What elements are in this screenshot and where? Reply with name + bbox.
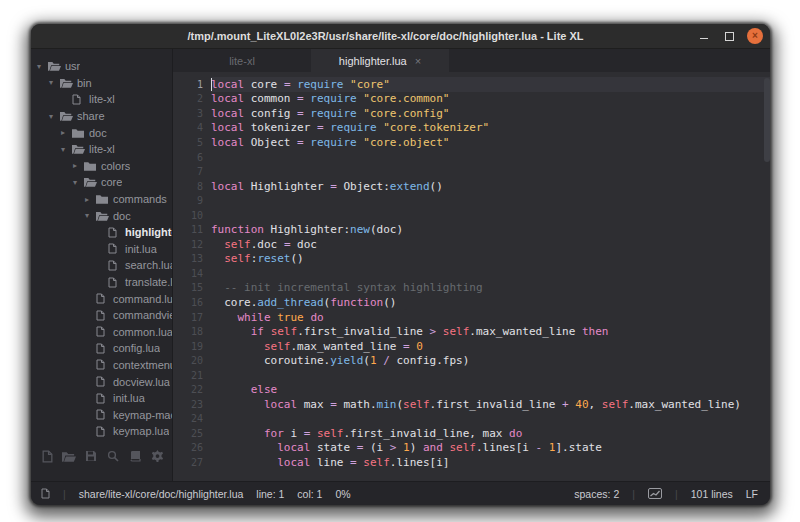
line-number: 24: [173, 412, 211, 427]
open-folder-button[interactable]: [62, 449, 76, 463]
code-line-1[interactable]: 1local core = require "core": [173, 77, 770, 92]
tree-item-lite-xl[interactable]: ▾lite-xl: [31, 141, 172, 158]
line-number: 15: [173, 281, 211, 296]
tree-item-init-lua[interactable]: init.lua: [31, 241, 172, 258]
status-line-ending[interactable]: LF: [746, 488, 758, 500]
code-line-25[interactable]: 25 for i = self.first_invalid_line, max …: [173, 426, 770, 441]
tree-item-lite-xl[interactable]: lite-xl: [31, 91, 172, 108]
line-text: local config = require "core.config": [211, 106, 770, 121]
code-line-2[interactable]: 2local common = require "core.common": [173, 92, 770, 107]
tree-item-bin[interactable]: ▾bin: [31, 75, 172, 92]
tree-item-config-lua[interactable]: config.lua: [31, 340, 172, 357]
tab-highlighter-lua[interactable]: highlighter.lua×: [311, 49, 449, 72]
search-button[interactable]: [106, 449, 120, 463]
line-number: 12: [173, 237, 211, 252]
token-kw: then: [582, 325, 609, 338]
code-line-18[interactable]: 18 if self.first_invalid_line > self.max…: [173, 324, 770, 339]
status-left: | share/lite-xl/core/doc/highlighter.lua…: [41, 488, 351, 500]
tree-item-core[interactable]: ▾core: [31, 174, 172, 191]
token-txt: max: [297, 398, 330, 411]
settings-gear-button[interactable]: [150, 449, 164, 463]
tree-item-commandview-lua[interactable]: commandview.lua: [31, 307, 172, 324]
token-txt: config: [244, 107, 297, 120]
token-txt: ,: [589, 398, 602, 411]
token-txt: doc: [291, 238, 318, 251]
tree-item-doc[interactable]: ▸doc: [31, 124, 172, 141]
minimize-button[interactable]: [695, 28, 712, 45]
titlebar[interactable]: /tmp/.mount_LiteXL0l2e3R/usr/share/lite-…: [31, 24, 770, 49]
close-button[interactable]: ×: [747, 28, 763, 44]
token-kw2: self: [264, 340, 291, 353]
tree-item-common-lua[interactable]: common.lua: [31, 324, 172, 341]
code-line-20[interactable]: 20 coroutine.yield(1 / config.fps): [173, 353, 770, 368]
token-kw2: self: [403, 398, 430, 411]
tree-item-keymap-macos-lua[interactable]: keymap-macos.lua: [31, 406, 172, 423]
token-txt: core: [244, 78, 284, 91]
token-txt: [304, 92, 311, 105]
chevron-down-icon: ▾: [85, 211, 96, 220]
line-number: 19: [173, 339, 211, 354]
code-line-7[interactable]: 7: [173, 164, 770, 179]
token-txt: [304, 311, 311, 324]
token-kw: local: [277, 441, 310, 454]
token-op: >: [390, 441, 397, 454]
code-line-19[interactable]: 19 self.max_wanted_line = 0: [173, 339, 770, 354]
code-line-27[interactable]: 27 local line = self.lines[i]: [173, 455, 770, 470]
tree-item-usr[interactable]: ▾usr: [31, 58, 172, 75]
code-line-3[interactable]: 3local config = require "core.config": [173, 106, 770, 121]
code-line-17[interactable]: 17 while true do: [173, 310, 770, 325]
tree-item-translate-lua[interactable]: translate.lua: [31, 274, 172, 291]
code-line-15[interactable]: 15 -- init incremental syntax highlighti…: [173, 281, 770, 296]
code-line-8[interactable]: 8local Highlighter = Object:extend(): [173, 179, 770, 194]
code-line-16[interactable]: 16 core.add_thread(function(): [173, 295, 770, 310]
maximize-button[interactable]: [721, 28, 738, 45]
code-line-22[interactable]: 22 else: [173, 382, 770, 397]
status-divider: |: [675, 488, 678, 500]
code-line-6[interactable]: 6: [173, 150, 770, 165]
status-col[interactable]: col: 1: [297, 488, 322, 500]
new-file-button[interactable]: [40, 449, 54, 463]
status-line[interactable]: line: 1: [256, 488, 284, 500]
tree-item-command-lua[interactable]: command.lua: [31, 290, 172, 307]
code-line-9[interactable]: 9: [173, 193, 770, 208]
code-line-21[interactable]: 21: [173, 368, 770, 383]
tab-close-icon[interactable]: ×: [415, 55, 421, 67]
code-line-24[interactable]: 24: [173, 412, 770, 427]
tree-item-init-lua[interactable]: init.lua: [31, 390, 172, 407]
tree-item-search-lua[interactable]: search.lua: [31, 257, 172, 274]
tree-item-docview-lua[interactable]: docview.lua: [31, 373, 172, 390]
code-line-4[interactable]: 4local tokenizer = require "core.tokeniz…: [173, 121, 770, 136]
code-editor[interactable]: 1local core = require "core"2local commo…: [173, 72, 770, 481]
code-line-23[interactable]: 23 local max = math.min(self.first_inval…: [173, 397, 770, 412]
tree-item-commands[interactable]: ▸commands: [31, 191, 172, 208]
save-button[interactable]: [84, 449, 98, 463]
status-indent-mode[interactable]: spaces: 2: [574, 488, 619, 500]
status-scroll-percent[interactable]: 0%: [335, 488, 350, 500]
token-txt: [211, 325, 251, 338]
line-chart-icon[interactable]: [648, 488, 662, 499]
token-txt: .max_wanted_line): [628, 398, 741, 411]
token-op: >: [430, 325, 437, 338]
token-kw: local: [211, 180, 244, 193]
token-kw: local: [211, 78, 244, 91]
book-button[interactable]: [128, 449, 142, 463]
tree-item-contextmenu-lua[interactable]: contextmenu.lua: [31, 357, 172, 374]
lite-xl-window: /tmp/.mount_LiteXL0l2e3R/usr/share/lite-…: [31, 24, 770, 505]
tab-lite-xl[interactable]: lite-xl: [173, 49, 311, 72]
tree-item-highlighter-lua[interactable]: highlighter.lua: [31, 224, 172, 241]
scrollbar[interactable]: [764, 78, 770, 162]
code-line-26[interactable]: 26 local state = (i > 1) and self.lines[…: [173, 441, 770, 456]
token-txt: :: [251, 252, 258, 265]
code-line-14[interactable]: 14: [173, 266, 770, 281]
tree-item-colors[interactable]: ▸colors: [31, 158, 172, 175]
token-str: "core.config": [363, 107, 449, 120]
code-line-13[interactable]: 13 self:reset(): [173, 252, 770, 267]
tree-item-keymap-lua[interactable]: keymap.lua: [31, 423, 172, 440]
code-line-10[interactable]: 10: [173, 208, 770, 223]
code-lines: 1local core = require "core"2local commo…: [173, 77, 770, 470]
code-line-12[interactable]: 12 self.doc = doc: [173, 237, 770, 252]
code-line-5[interactable]: 5local Object = require "core.object": [173, 135, 770, 150]
tree-item-share[interactable]: ▾share: [31, 108, 172, 125]
code-line-11[interactable]: 11function Highlighter:new(doc): [173, 222, 770, 237]
tree-item-doc[interactable]: ▾doc: [31, 207, 172, 224]
